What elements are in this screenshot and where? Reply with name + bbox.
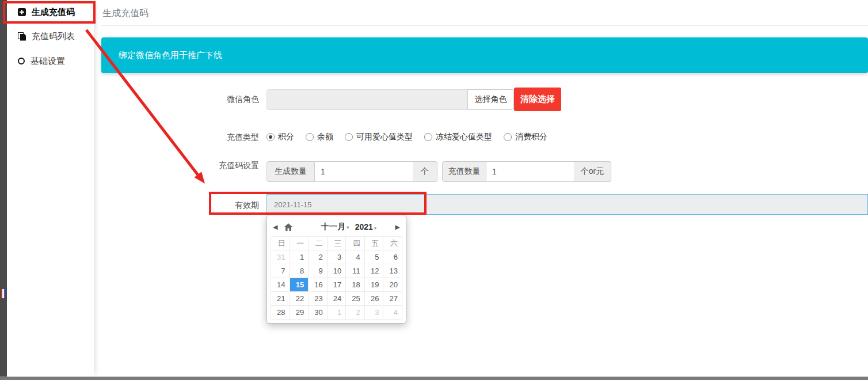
recharge-type-option[interactable]: 积分 <box>267 132 294 142</box>
home-icon[interactable] <box>284 223 292 231</box>
calendar-week-row: 2829301234 <box>271 306 402 320</box>
sidebar-item-label: 生成充值码 <box>32 7 75 18</box>
calendar-day-header: 一 <box>290 237 309 250</box>
recharge-type-options: 积分余额可用爱心值类型冻结爱心值类型消费积分 <box>267 132 547 142</box>
calendar-day-cell[interactable]: 5 <box>364 250 383 264</box>
calendar-day-cell[interactable]: 21 <box>271 292 290 306</box>
calendar-day-cell[interactable]: 6 <box>383 250 402 264</box>
calendar-day-cell[interactable]: 9 <box>309 264 328 278</box>
sidebar-item-code-list[interactable]: 充值码列表 <box>7 28 94 44</box>
calendar-day-cell[interactable]: 17 <box>327 278 346 292</box>
calendar-day-cell[interactable]: 15 <box>290 278 309 292</box>
calendar-day-header-row: 日一二三四五六 <box>271 237 402 250</box>
radio-label: 可用爱心值类型 <box>356 132 413 142</box>
calendar-day-cell[interactable]: 1 <box>290 250 309 264</box>
calendar-day-cell[interactable]: 1 <box>327 306 346 320</box>
calendar-day-cell[interactable]: 3 <box>364 306 383 320</box>
radio-icon[interactable] <box>306 133 314 141</box>
generate-unit-addon: 个 <box>413 161 437 182</box>
calendar-day-header: 二 <box>309 237 328 250</box>
copy-icon <box>18 32 26 41</box>
calendar-day-cell[interactable]: 28 <box>271 306 290 320</box>
calendar-day-cell[interactable]: 18 <box>346 278 365 292</box>
sidebar: 生成充值码 充值码列表 基础设置 <box>7 0 94 377</box>
calendar-day-header: 日 <box>271 237 290 250</box>
datepicker-header: ◀ 十一月▾ 2021▾ ▶ <box>271 219 402 235</box>
radio-label: 消费积分 <box>515 132 547 142</box>
title-divider <box>101 25 868 26</box>
calendar-day-cell[interactable]: 22 <box>290 292 309 306</box>
calendar-day-cell[interactable]: 31 <box>271 250 290 264</box>
sidebar-item-basic-settings[interactable]: 基础设置 <box>7 53 94 69</box>
calendar-day-cell[interactable]: 20 <box>383 278 402 292</box>
radio-icon[interactable] <box>504 133 512 141</box>
calendar-day-header: 五 <box>364 237 383 250</box>
chevron-down-icon: ▾ <box>347 225 349 230</box>
prev-month-icon[interactable]: ◀ <box>271 223 280 231</box>
wechat-role-label: 微信角色 <box>201 94 259 105</box>
calendar-day-cell[interactable]: 19 <box>364 278 383 292</box>
calendar-day-cell[interactable]: 4 <box>383 306 402 320</box>
validity-date-input[interactable] <box>267 194 868 215</box>
calendar-day-cell[interactable]: 14 <box>271 278 290 292</box>
radio-label: 余额 <box>317 132 333 142</box>
recharge-type-option[interactable]: 可用爱心值类型 <box>345 132 413 142</box>
calendar-day-cell[interactable]: 7 <box>271 264 290 278</box>
chevron-down-icon: ▾ <box>374 225 377 231</box>
datepicker-popup: ◀ 十一月▾ 2021▾ ▶ 日一二三四五六 31123456789101112… <box>267 215 406 324</box>
calendar-day-cell[interactable]: 29 <box>290 306 309 320</box>
recharge-type-option[interactable]: 消费积分 <box>504 132 547 142</box>
generate-quantity-input[interactable] <box>315 161 413 182</box>
calendar-day-cell[interactable]: 30 <box>309 306 328 320</box>
recharge-type-option[interactable]: 余额 <box>306 132 333 142</box>
calendar-day-cell[interactable]: 4 <box>346 250 365 264</box>
panel-header: 绑定微信角色用于推广下线 <box>101 37 868 73</box>
calendar-week-row: 14151617181920 <box>271 278 402 292</box>
radio-icon[interactable] <box>267 133 275 141</box>
generate-quantity-group: 生成数量 个 <box>267 161 437 182</box>
select-role-button[interactable]: 选择角色 <box>467 89 514 110</box>
plus-square-icon <box>18 8 26 16</box>
radio-label: 积分 <box>278 132 294 142</box>
calendar-day-cell[interactable]: 8 <box>290 264 309 278</box>
circle-icon <box>18 58 25 64</box>
recharge-quantity-addon: 充值数量 <box>442 161 486 182</box>
page-title: 生成充值码 <box>102 7 149 20</box>
generate-quantity-addon: 生成数量 <box>267 161 315 182</box>
calendar-week-row: 21222324252627 <box>271 292 402 306</box>
radio-icon[interactable] <box>345 133 353 141</box>
calendar-day-cell[interactable]: 24 <box>327 292 346 306</box>
calendar-day-header: 三 <box>327 237 346 250</box>
recharge-quantity-group: 充值数量 个or元 <box>442 161 611 182</box>
calendar-day-cell[interactable]: 10 <box>327 264 346 278</box>
calendar-day-cell[interactable]: 2 <box>309 250 328 264</box>
calendar-day-cell[interactable]: 27 <box>383 292 402 306</box>
calendar-day-cell[interactable]: 13 <box>383 264 402 278</box>
calendar-day-cell[interactable]: 23 <box>309 292 328 306</box>
calendar-day-cell[interactable]: 16 <box>309 278 328 292</box>
next-month-icon[interactable]: ▶ <box>393 223 402 231</box>
recharge-type-option[interactable]: 冻结爱心值类型 <box>424 132 492 142</box>
calendar-week-row: 31123456 <box>271 250 402 264</box>
taskbar-strip <box>0 377 868 380</box>
calendar-day-cell[interactable]: 11 <box>346 264 365 278</box>
month-dropdown[interactable]: 十一月▾ <box>321 222 349 232</box>
radio-icon[interactable] <box>424 133 432 141</box>
radio-label: 冻结爱心值类型 <box>436 132 492 142</box>
calendar-grid: 日一二三四五六 31123456789101112131415161718192… <box>271 236 402 320</box>
window-edge-strip <box>0 0 7 380</box>
calendar-day-header: 六 <box>383 237 402 250</box>
calendar-day-cell[interactable]: 2 <box>346 306 365 320</box>
recharge-unit-addon: 个or元 <box>574 161 611 182</box>
clear-selection-button[interactable]: 清除选择 <box>514 88 561 111</box>
calendar-day-cell[interactable]: 25 <box>346 292 365 306</box>
sidebar-item-generate-code[interactable]: 生成充值码 <box>7 4 94 20</box>
validity-label: 有效期 <box>201 200 259 211</box>
year-dropdown[interactable]: 2021▾ <box>355 222 377 231</box>
side-handle-icon[interactable] <box>1 289 5 298</box>
recharge-quantity-input[interactable] <box>486 161 574 182</box>
calendar-day-cell[interactable]: 12 <box>364 264 383 278</box>
calendar-day-cell[interactable]: 26 <box>364 292 383 306</box>
wechat-role-input[interactable] <box>267 89 468 110</box>
calendar-day-cell[interactable]: 3 <box>327 250 346 264</box>
